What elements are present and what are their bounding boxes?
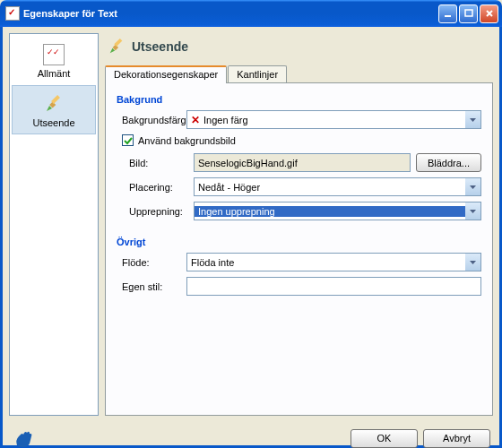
image-field: SenselogicBigHand.gif xyxy=(194,153,411,172)
repeat-combo[interactable]: Ingen upprepning xyxy=(194,202,481,220)
image-label: Bild: xyxy=(117,158,194,168)
use-image-label: Använd bakgrundsbild xyxy=(138,135,236,146)
position-combo[interactable]: Nedåt - Höger xyxy=(194,177,481,196)
sidebar-item-general[interactable]: Allmänt xyxy=(12,36,96,85)
position-label: Placering: xyxy=(117,182,194,193)
svg-rect-3 xyxy=(51,95,60,104)
window-title: Egenskaper för Text xyxy=(23,8,117,19)
browse-button[interactable]: Bläddra... xyxy=(416,153,481,172)
svg-rect-0 xyxy=(445,15,451,17)
repeat-label: Upprepning: xyxy=(117,206,194,217)
chevron-down-icon xyxy=(465,202,480,220)
no-color-icon: ✕ xyxy=(191,114,200,126)
brush-icon xyxy=(43,93,65,115)
style-field[interactable] xyxy=(186,277,481,296)
cancel-button[interactable]: Avbryt xyxy=(423,429,490,448)
ok-button[interactable]: OK xyxy=(351,429,418,448)
minimize-button[interactable] xyxy=(438,4,457,23)
chevron-down-icon xyxy=(465,178,480,195)
hand-logo-icon xyxy=(12,426,37,448)
brush-icon xyxy=(107,37,126,56)
maximize-button[interactable] xyxy=(459,4,478,23)
bg-color-label: Bakgrundsfärg: xyxy=(117,115,186,125)
tab-borders[interactable]: Kantlinjer xyxy=(228,65,287,82)
tab-decoration[interactable]: Dekorationsegenskaper xyxy=(105,65,227,83)
title-bar: Egenskaper för Text xyxy=(0,0,502,27)
app-icon xyxy=(5,6,20,21)
close-button[interactable] xyxy=(480,4,498,23)
bg-color-combo[interactable]: ✕Ingen färg xyxy=(186,110,481,129)
sidebar-item-label: Utseende xyxy=(14,117,93,128)
group-other-title: Övrigt xyxy=(117,237,481,247)
checklist-icon xyxy=(43,44,65,65)
panel-title: Utseende xyxy=(132,39,188,54)
float-combo[interactable]: Flöda inte xyxy=(186,253,481,271)
chevron-down-icon xyxy=(465,254,480,271)
style-label: Egen stil: xyxy=(117,281,186,292)
float-label: Flöde: xyxy=(117,257,186,268)
tab-panel: Bakgrund Bakgrundsfärg: ✕Ingen färg Anv xyxy=(105,82,493,416)
chevron-down-icon xyxy=(465,111,480,128)
sidebar-item-label: Allmänt xyxy=(14,68,93,79)
sidebar: Allmänt Utseende xyxy=(9,33,99,416)
use-image-checkbox[interactable] xyxy=(122,134,134,146)
sidebar-item-appearance[interactable]: Utseende xyxy=(12,85,96,134)
svg-rect-1 xyxy=(465,10,472,16)
svg-rect-5 xyxy=(114,39,122,47)
group-background-title: Bakgrund xyxy=(117,94,481,105)
